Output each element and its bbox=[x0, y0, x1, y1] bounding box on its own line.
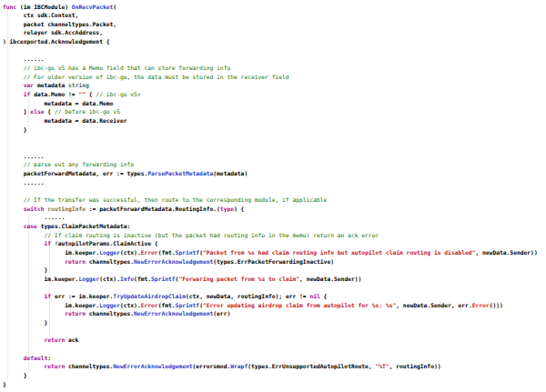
code-token-p: } bbox=[3, 126, 27, 133]
code-line: // For older version of ibc-go, the data… bbox=[3, 73, 546, 82]
code-token-k: else bbox=[30, 108, 44, 115]
code-token-s: "Forwaring packet from %s to claim" bbox=[178, 276, 299, 282]
code-token-p: im.keeper. bbox=[3, 249, 99, 256]
code-token-k: switch bbox=[3, 206, 45, 212]
code-line: im.keeper.Logger(ctx).Info(fmt.Sprintf("… bbox=[3, 275, 546, 284]
code-token-e: Error bbox=[141, 249, 158, 256]
code-line bbox=[3, 327, 546, 337]
code-token-p: { bbox=[320, 293, 328, 299]
code-token-p: ) { bbox=[234, 206, 244, 212]
code-line: case types.ClaimPacketMetadata: bbox=[3, 222, 546, 231]
code-line: func (im IBCModule) OnRecvPacket( bbox=[3, 3, 546, 12]
code-token-c: // ibc-go v5 has a Memo field that can s… bbox=[3, 65, 230, 71]
code-token-p: } bbox=[3, 266, 47, 273]
code-token-f: Logger bbox=[78, 276, 99, 282]
code-token-p: metadata = data.Memo bbox=[3, 100, 113, 106]
code-token-f: Sprintf bbox=[151, 276, 176, 282]
code-line: ...... bbox=[3, 213, 546, 222]
code-token-v: routingInfo bbox=[47, 206, 86, 212]
code-token-k: nil bbox=[309, 293, 319, 299]
code-token-p: relayer sdk.AccAddress, bbox=[3, 29, 103, 35]
code-line: if !autopilotParams.ClaimActive { bbox=[3, 239, 546, 248]
code-token-f: OnRecvPacket bbox=[72, 4, 114, 10]
code-token-f: NewErrorAcknowledgement bbox=[134, 258, 213, 265]
code-token-f: Logger bbox=[99, 249, 120, 256]
code-line: ctx sdk.Context, bbox=[3, 11, 546, 20]
code-line: metadata = data.Memo bbox=[3, 99, 546, 108]
code-line: ...... bbox=[3, 178, 546, 187]
code-token-f: TryUpdateAirdropClaim bbox=[113, 293, 186, 299]
code-line: ...... bbox=[3, 55, 546, 64]
code-line: // If claim routing is inactive (but the… bbox=[3, 231, 546, 240]
code-token-p: , newData.Sender)) bbox=[475, 249, 537, 256]
code-token-p: (err) bbox=[213, 310, 230, 317]
code-line: return channeltypes.NewErrorAcknowledgem… bbox=[3, 309, 546, 318]
code-line: im.keeper.Logger(ctx).Error(fmt.Sprintf(… bbox=[3, 248, 546, 257]
code-token-p: (im IBCModule) bbox=[16, 4, 72, 10]
code-token-p: channeltypes. bbox=[86, 258, 134, 265]
code-line: // ibc-go v5 has a Memo field that can s… bbox=[3, 64, 546, 73]
code-line bbox=[3, 186, 546, 196]
code-token-c: // before ibc-go v5 bbox=[55, 108, 120, 115]
code-token-s: "" bbox=[78, 91, 86, 97]
code-token-k: case bbox=[3, 223, 37, 229]
code-token-p: im.keeper. bbox=[3, 276, 78, 282]
code-token-f: Wrapf bbox=[230, 363, 248, 369]
code-token-p: ...... bbox=[3, 214, 65, 220]
code-line: switch routingInfo := packetForwardMetad… bbox=[3, 205, 546, 214]
code-token-p: ) ibcexported.Acknowledgement { bbox=[3, 38, 110, 45]
code-line: return channeltypes.NewErrorAcknowledgem… bbox=[3, 362, 546, 371]
code-token-f: Info bbox=[120, 276, 134, 282]
code-token-p: packet channeltypes.Packet, bbox=[3, 21, 116, 27]
code-token-p: } bbox=[3, 381, 6, 387]
code-token-p: { bbox=[45, 108, 55, 115]
code-token-p: err := im.keeper. bbox=[51, 293, 113, 299]
code-token-f: NewErrorAcknowledgement bbox=[134, 310, 213, 317]
code-token-c: // If the transfer was successful, then … bbox=[3, 196, 327, 203]
code-block: func (im IBCModule) OnRecvPacket( ctx sd… bbox=[3, 0, 546, 392]
code-token-p: ())) bbox=[490, 302, 503, 308]
code-token-p: channeltypes. bbox=[86, 310, 134, 317]
code-line: } else { // before ibc-go v5 bbox=[3, 107, 546, 116]
code-line: // parse out any forwarding info bbox=[3, 160, 546, 169]
code-line bbox=[3, 134, 546, 143]
code-token-c: // For older version of ibc-go, the data… bbox=[3, 74, 289, 80]
code-token-p: , newData.Sender)) bbox=[299, 276, 361, 282]
code-line: return ack bbox=[3, 336, 546, 345]
code-token-p: := packetForwardMetadata.RoutingInfo.( bbox=[86, 206, 220, 212]
code-token-p: , routingInfo)) bbox=[389, 363, 441, 369]
code-line: default: bbox=[3, 354, 546, 363]
code-token-p: } bbox=[3, 108, 30, 115]
code-token-f: Logger bbox=[99, 302, 120, 308]
code-token-p: ...... bbox=[3, 179, 45, 186]
code-token-p: metadata = data.Receiver bbox=[3, 117, 127, 124]
code-token-s: "%T" bbox=[375, 363, 389, 369]
code-token-p: ack bbox=[65, 337, 78, 343]
code-token-s: "Error updating airdrop claim from autop… bbox=[203, 302, 396, 308]
code-token-p: ctx sdk.Context, bbox=[3, 12, 78, 18]
code-token-f: ParsePacketMetadata bbox=[147, 170, 213, 176]
code-token-e: Error bbox=[141, 302, 158, 308]
code-line: } bbox=[3, 126, 546, 135]
code-line: packet channeltypes.Packet, bbox=[3, 20, 546, 29]
code-token-p: (ctx). bbox=[120, 302, 141, 308]
code-token-p: types.ClaimPacketMetadata: bbox=[37, 223, 130, 229]
code-token-p: (types.ErrUnsupportedAutopilotRoute, bbox=[248, 363, 375, 369]
code-token-p: { bbox=[86, 91, 96, 97]
code-line: packetForwardMetadata, err := types.Pars… bbox=[3, 169, 546, 178]
code-token-k: type bbox=[220, 206, 234, 212]
code-line: if data.Memo != "" { // ibc-go v5+ bbox=[3, 90, 546, 99]
code-token-p: (metadata) bbox=[213, 170, 248, 176]
code-token-k: if bbox=[3, 240, 51, 246]
code-line bbox=[3, 143, 546, 152]
code-token-p: } bbox=[3, 319, 47, 326]
code-token-f: Sprintf bbox=[176, 302, 200, 308]
code-editor-view: func (im IBCModule) OnRecvPacket( ctx sd… bbox=[0, 0, 546, 392]
code-line: ) ibcexported.Acknowledgement { bbox=[3, 37, 546, 46]
code-line: } bbox=[3, 266, 546, 275]
code-token-p: metadata bbox=[34, 82, 68, 88]
code-line: relayer sdk.AccAddress, bbox=[3, 28, 546, 37]
code-token-p: channeltypes. bbox=[65, 363, 113, 369]
code-token-k: if bbox=[3, 293, 51, 299]
code-line: } bbox=[3, 380, 546, 389]
